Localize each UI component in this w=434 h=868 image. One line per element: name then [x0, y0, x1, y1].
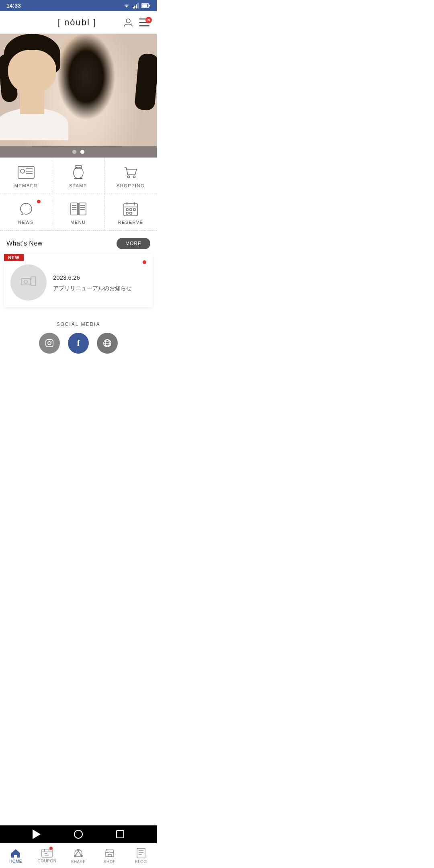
- notification-badge: N: [145, 17, 152, 23]
- hero-banner: [0, 34, 157, 146]
- svg-rect-36: [133, 209, 135, 211]
- svg-rect-1: [134, 6, 135, 8]
- whats-new-title: What's New: [6, 240, 43, 247]
- grid-item-shopping[interactable]: SHOPPING: [104, 158, 157, 194]
- profile-button[interactable]: [123, 17, 133, 28]
- carousel-indicator: [0, 146, 157, 158]
- menu-label: MENU: [70, 220, 86, 225]
- svg-rect-0: [133, 7, 134, 8]
- signal-icon: [133, 3, 139, 8]
- status-time: 14:33: [6, 2, 21, 9]
- svg-rect-34: [126, 209, 128, 211]
- svg-rect-11: [18, 166, 34, 178]
- grid-item-stamp[interactable]: STAMP: [52, 158, 104, 194]
- whats-new-header: What's New MORE: [0, 231, 157, 254]
- svg-rect-3: [137, 3, 139, 8]
- battery-icon: [141, 3, 150, 8]
- website-button[interactable]: [97, 333, 118, 354]
- reserve-label: RESERVE: [118, 220, 143, 225]
- menu-book-icon: [69, 201, 88, 217]
- carousel-dot-1[interactable]: [72, 150, 76, 154]
- facebook-button[interactable]: f: [68, 333, 89, 354]
- grid-item-menu[interactable]: MENU: [52, 194, 104, 230]
- news-label: NEWS: [18, 220, 34, 225]
- svg-rect-21: [71, 203, 78, 215]
- member-icon: [17, 165, 35, 180]
- svg-rect-39: [21, 278, 30, 285]
- news-icon: [17, 201, 35, 217]
- shopping-icon: [121, 165, 140, 180]
- grid-menu: MEMBER STAMP SHOPPING: [0, 158, 157, 231]
- svg-rect-6: [142, 4, 147, 7]
- svg-point-12: [20, 169, 25, 173]
- menu-button[interactable]: N: [139, 18, 149, 27]
- instagram-button[interactable]: [39, 333, 60, 354]
- facebook-icon: f: [77, 338, 80, 348]
- image-placeholder-icon: [20, 275, 37, 290]
- grid-item-reserve[interactable]: RESERVE: [104, 194, 157, 230]
- svg-point-44: [48, 342, 51, 345]
- new-badge: NEW: [4, 254, 24, 261]
- hero-image: [0, 34, 157, 146]
- svg-rect-43: [46, 340, 53, 347]
- stamp-icon: [69, 165, 88, 180]
- svg-point-41: [24, 280, 27, 283]
- user-icon: [123, 17, 133, 28]
- app-logo: [ nóubl ]: [31, 17, 123, 28]
- svg-point-7: [126, 19, 130, 23]
- grid-item-news[interactable]: NEWS: [0, 194, 52, 230]
- carousel-dot-2[interactable]: [80, 150, 84, 154]
- social-media-title: SOCIAL MEDIA: [0, 321, 157, 327]
- social-icons: f: [0, 333, 157, 354]
- svg-point-45: [51, 341, 52, 342]
- svg-rect-2: [136, 4, 137, 8]
- reserve-icon: [121, 201, 140, 217]
- news-content: 2023.6.26 アプリリニューアルのお知らせ: [53, 268, 146, 293]
- globe-icon: [102, 338, 112, 348]
- svg-point-19: [128, 176, 130, 178]
- news-text: アプリリニューアルのお知らせ: [53, 284, 146, 293]
- shopping-label: SHOPPING: [117, 183, 145, 188]
- news-card[interactable]: NEW 2023.6.26 アプリリニューアルのお知らせ: [4, 254, 153, 307]
- stamp-label: STAMP: [69, 183, 87, 188]
- svg-rect-37: [126, 212, 128, 214]
- news-unread-dot: [143, 260, 146, 264]
- header-actions: N: [123, 17, 149, 28]
- wifi-icon: [123, 3, 130, 8]
- member-label: MEMBER: [14, 183, 37, 188]
- social-media-section: SOCIAL MEDIA f: [0, 313, 157, 358]
- svg-rect-40: [31, 277, 36, 286]
- news-date: 2023.6.26: [53, 274, 146, 281]
- news-thumbnail: [10, 264, 47, 301]
- svg-rect-22: [79, 203, 86, 215]
- status-icons: [123, 3, 150, 8]
- svg-rect-10: [139, 25, 149, 27]
- status-bar: 14:33: [0, 0, 157, 11]
- more-button[interactable]: MORE: [117, 238, 150, 249]
- header: [ nóubl ] N: [0, 11, 157, 34]
- svg-rect-38: [130, 212, 132, 214]
- grid-item-member[interactable]: MEMBER: [0, 158, 52, 194]
- svg-rect-35: [130, 209, 132, 211]
- news-notification-dot: [37, 200, 41, 203]
- svg-rect-5: [149, 5, 150, 7]
- svg-point-20: [133, 176, 135, 178]
- instagram-icon: [45, 338, 54, 348]
